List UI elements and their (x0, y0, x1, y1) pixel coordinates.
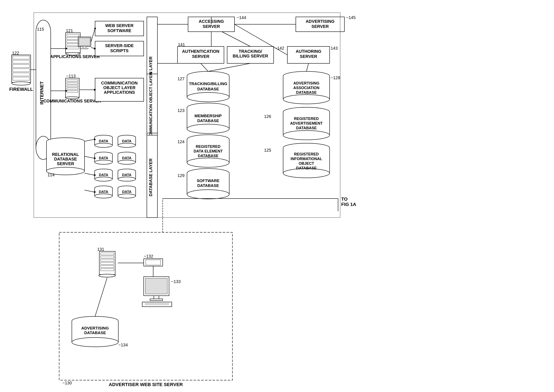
svg-rect-166 (100, 269, 114, 271)
svg-text:DATABASE: DATABASE (296, 90, 317, 95)
svg-text:SERVER: SERVER (192, 54, 209, 59)
svg-rect-18 (67, 47, 79, 49)
svg-text:RELATIONAL: RELATIONAL (52, 152, 79, 157)
comms-object-layer-label: COMMUNICATION OBJECT LAYER (149, 72, 153, 139)
data-cyl-2-1: DATA (95, 152, 112, 164)
svg-text:ADVERTISING: ADVERTISING (81, 326, 109, 330)
svg-point-7 (12, 82, 31, 85)
internet-tube: INTERNET (36, 20, 51, 160)
svg-rect-2 (13, 60, 29, 63)
svg-point-65 (118, 160, 136, 164)
data-cyl-3-1: DATA (95, 169, 112, 181)
svg-rect-171 (145, 278, 167, 294)
svg-point-71 (95, 177, 112, 181)
arrow-3 (85, 173, 94, 175)
apps-to-web-server (91, 28, 95, 42)
registered-data-element-db: REGISTERED DATA ELEMENT DATABASE (187, 135, 229, 167)
svg-text:ADVERTISEMENT: ADVERTISEMENT (290, 121, 323, 126)
authoring-server-label: AUTHORING (296, 49, 321, 54)
svg-rect-169 (146, 260, 161, 265)
tracking-billing-db-ref: 127 (178, 77, 185, 81)
modem-132 (144, 259, 163, 266)
arrow-2 (85, 156, 94, 158)
registered-data-element-db-ref: 124 (178, 140, 185, 144)
software-db-ref: 129 (178, 173, 185, 178)
svg-rect-3 (13, 64, 29, 68)
svg-rect-21 (79, 38, 90, 46)
adv-assoc-db-ref: ~128 (331, 75, 340, 80)
svg-text:DATA: DATA (122, 173, 132, 177)
svg-rect-17 (67, 44, 79, 46)
svg-rect-173 (150, 299, 163, 301)
relational-db-ref: 114 (48, 173, 55, 177)
web-server-label: WEB SERVER (105, 23, 134, 28)
comms-obj-layer-apps-label: COMMUNICATION (101, 81, 138, 85)
svg-point-104 (187, 92, 229, 102)
tracking-to-tracking-db (208, 63, 250, 71)
svg-text:DATA: DATA (122, 139, 132, 143)
svg-text:SERVER: SERVER (203, 24, 220, 29)
server-131-ref: 131 (97, 247, 104, 252)
diagram: FIREWALL 122 INTERNET 115 APPLICATIONS S… (0, 0, 554, 392)
firewall-label: FIREWALL (9, 87, 33, 92)
accessing-server-ref: ~144 (237, 15, 246, 20)
svg-rect-30 (67, 88, 78, 90)
reg-adv-db-ref: 126 (264, 114, 271, 119)
svg-rect-14 (67, 34, 79, 36)
firewall-icon (12, 55, 31, 85)
svg-text:DATABASE: DATABASE (54, 157, 77, 161)
svg-text:ADVERTISING: ADVERTISING (293, 81, 319, 85)
applications-server-label: APPLICATIONS SERVER (50, 54, 100, 59)
svg-text:SOFTWARE: SOFTWARE (107, 28, 131, 33)
advertiser-ref: ~130 (62, 381, 72, 385)
server-131 (99, 251, 116, 277)
svg-text:DATABASE: DATABASE (296, 126, 317, 130)
svg-text:TRACKING/BILLING: TRACKING/BILLING (189, 82, 227, 86)
data-cyl-4-1: DATA (95, 186, 112, 198)
svg-text:OBJECT: OBJECT (298, 161, 314, 166)
svg-rect-4 (13, 69, 29, 72)
data-cyl-3-2: DATA (118, 169, 136, 181)
auth-to-db-area (201, 63, 208, 71)
svg-point-59 (95, 160, 112, 164)
svg-rect-27 (67, 80, 78, 81)
data-cyl-1-1: DATA (95, 135, 112, 147)
to-fig1a-label: TO (341, 196, 348, 202)
svg-rect-31 (67, 91, 78, 92)
svg-text:DATA: DATA (99, 173, 108, 177)
software-db: SOFTWARE DATABASE (187, 168, 229, 199)
svg-point-53 (118, 143, 136, 147)
svg-rect-6 (13, 77, 29, 80)
comms-server-ref: ~113 (66, 74, 76, 78)
data-cyl-4-2: DATA (118, 186, 136, 198)
svg-text:INFORMATIONAL: INFORMATIONAL (291, 157, 322, 161)
accessing-to-tracking (222, 32, 250, 46)
svg-text:DATABASE: DATABASE (197, 183, 219, 188)
svg-text:DATABASE: DATABASE (197, 119, 219, 123)
svg-text:DATABASE: DATABASE (84, 330, 106, 335)
arrow-1 (85, 140, 94, 141)
internet-ref: 115 (37, 27, 44, 31)
advertising-server-label: ADVERTISING (306, 19, 335, 24)
server-side-scripts-label: SERVER-SIDE (105, 43, 134, 48)
svg-text:BILLING SERVER: BILLING SERVER (233, 54, 268, 58)
svg-point-133 (283, 95, 330, 104)
svg-text:REGISTERED: REGISTERED (294, 117, 319, 121)
auth-server-ref: 141 (178, 42, 185, 47)
advertising-server-ref: ~145 (346, 15, 355, 20)
reg-info-obj-db-ref: 125 (264, 148, 271, 153)
svg-text:SERVER: SERVER (57, 161, 74, 166)
advertiser-web-site-label: ADVERTISER WEB SITE SERVER (109, 382, 183, 387)
svg-text:OBJECT LAYER: OBJECT LAYER (103, 85, 136, 90)
svg-point-111 (187, 124, 229, 133)
tracking-billing-server-label: TRACKING/ (239, 49, 262, 54)
membership-db-ref: 123 (178, 108, 185, 113)
modem-132-ref: ~132 (144, 254, 153, 259)
svg-text:DATABASE: DATABASE (296, 166, 317, 170)
firewall-ref: 122 (12, 51, 19, 55)
svg-rect-23 (81, 48, 88, 49)
svg-rect-162 (100, 256, 114, 258)
svg-rect-174 (142, 302, 172, 307)
svg-rect-165 (100, 266, 114, 268)
database-layer-label: DATABASE LAYER (148, 158, 153, 196)
